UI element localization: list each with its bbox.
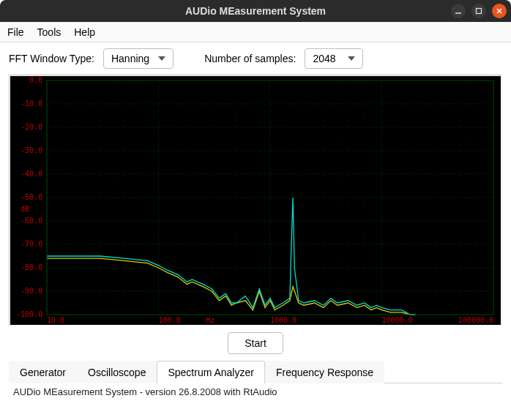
window-title: AUDio MEasurement System [185, 5, 326, 17]
menu-help[interactable]: Help [74, 26, 95, 38]
content-area: FFT Window Type: Hanning Number of sampl… [0, 42, 511, 402]
svg-text:-90.0: -90.0 [20, 287, 42, 295]
spectrum-chart: 0.0-10.0-20.0-30.0-40.0-50.0-60.0-70.0-8… [10, 76, 501, 325]
svg-rect-1 [477, 9, 482, 14]
maximize-button[interactable] [471, 4, 486, 18]
samples-dropdown[interactable]: 2048 [305, 48, 363, 69]
fft-window-label: FFT Window Type: [9, 53, 94, 64]
tab-generator[interactable]: Generator [9, 361, 77, 383]
samples-label: Number of samples: [204, 53, 296, 64]
start-button[interactable]: Start [228, 332, 283, 354]
fft-window-value: Hanning [111, 53, 149, 64]
titlebar: AUDio MEasurement System [0, 0, 511, 22]
svg-text:-80.0: -80.0 [20, 263, 42, 271]
svg-text:10.0: 10.0 [47, 316, 64, 324]
close-button[interactable] [492, 4, 507, 18]
samples-value: 2048 [313, 53, 335, 64]
svg-text:-10.0: -10.0 [20, 100, 42, 108]
status-bar: AUDio MEasurement System - version 26.8.… [9, 383, 502, 402]
svg-text:-40.0: -40.0 [20, 170, 42, 178]
svg-text:100.0: 100.0 [159, 316, 181, 324]
menu-file[interactable]: File [7, 26, 24, 38]
svg-text:1000.0: 1000.0 [270, 316, 296, 324]
tab-frequency-response[interactable]: Frequency Response [265, 361, 384, 383]
parameter-row: FFT Window Type: Hanning Number of sampl… [9, 48, 502, 69]
svg-text:-100.0: -100.0 [16, 310, 42, 318]
chevron-down-icon [158, 56, 165, 61]
svg-text:-50.0: -50.0 [20, 193, 42, 201]
svg-text:Hz: Hz [206, 316, 215, 324]
svg-text:-20.0: -20.0 [20, 123, 42, 131]
menubar: File Tools Help [0, 22, 511, 42]
svg-text:0.0: 0.0 [29, 76, 42, 84]
svg-text:10000.0: 10000.0 [382, 316, 413, 324]
start-row: Start [9, 326, 502, 359]
tab-spectrum-analyzer[interactable]: Spectrum Analyzer [157, 361, 265, 383]
chevron-down-icon [348, 56, 355, 61]
tab-bar: Generator Oscilloscope Spectrum Analyzer… [9, 360, 502, 383]
svg-text:-70.0: -70.0 [20, 240, 42, 248]
fft-window-dropdown[interactable]: Hanning [103, 48, 174, 69]
svg-text:-30.0: -30.0 [20, 146, 42, 154]
minimize-button[interactable] [451, 4, 466, 18]
menu-tools[interactable]: Tools [37, 26, 61, 38]
window-controls [451, 0, 507, 22]
svg-text:-60.0: -60.0 [20, 217, 42, 225]
chart-frame: 0.0-10.0-20.0-30.0-40.0-50.0-60.0-70.0-8… [9, 75, 502, 326]
svg-text:dB: dB [20, 205, 29, 213]
svg-text:100000.0: 100000.0 [458, 316, 493, 324]
tab-oscilloscope[interactable]: Oscilloscope [77, 361, 157, 383]
